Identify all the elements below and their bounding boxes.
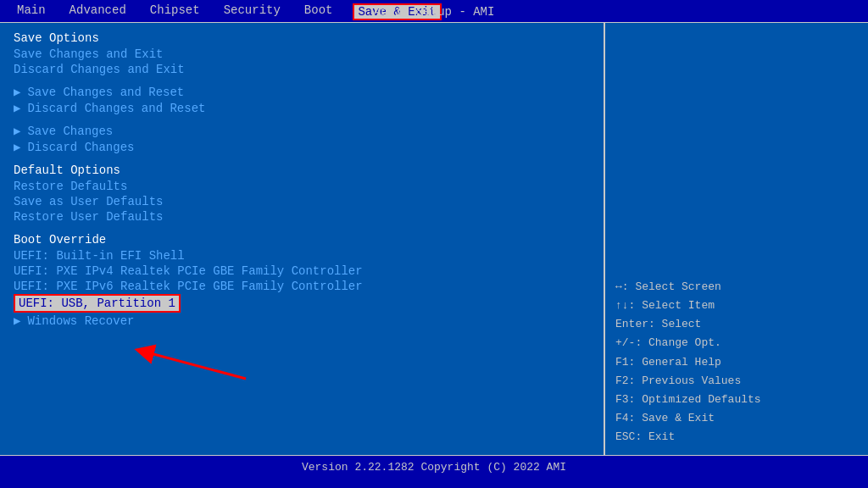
menu-item-3-1[interactable]: Save as User Defaults — [14, 194, 590, 209]
help-line: F2: Previous Values — [615, 372, 858, 391]
section-header-0: Save Options — [14, 31, 590, 45]
menu-item-2-1[interactable]: ▶Discard Changes — [14, 139, 590, 155]
menu-item-0-1[interactable]: Discard Changes and Exit — [14, 62, 590, 77]
menu-item-1-0[interactable]: ▶Save Changes and Reset — [14, 84, 590, 100]
menu-item-3-2[interactable]: Restore User Defaults — [14, 209, 590, 225]
nav-item-main[interactable]: Main — [14, 3, 49, 20]
footer-text: Version 2.22.1282 Copyright (C) 2022 AMI — [302, 461, 566, 474]
top-bar: Aptio Setup - AMI MainAdvancedChipsetSec… — [0, 0, 868, 23]
menu-item-4-1[interactable]: UEFI: PXE IPv4 Realtek PCIe GBE Family C… — [14, 263, 590, 279]
help-line: Enter: Select — [615, 315, 858, 334]
nav-item-security[interactable]: Security — [220, 3, 284, 20]
menu-item-4-3[interactable]: UEFI: USB, Partition 1 — [14, 294, 181, 313]
nav-item-advanced[interactable]: Advanced — [66, 3, 130, 20]
help-line: F1: General Help — [615, 353, 858, 372]
help-line: ↑↓: Select Item — [615, 297, 858, 315]
menu-item-4-2[interactable]: UEFI: PXE IPv6 Realtek PCIe GBE Family C… — [14, 279, 590, 294]
nav-item-boot[interactable]: Boot — [301, 3, 337, 20]
left-panel: Save OptionsSave Changes and ExitDiscard… — [0, 23, 605, 455]
help-line: ↔: Select Screen — [615, 278, 858, 297]
section-header-4: Boot Override — [14, 233, 590, 247]
help-line: +/-: Change Opt. — [615, 334, 858, 352]
main-content: Save OptionsSave Changes and ExitDiscard… — [0, 23, 868, 455]
menu-item-1-1[interactable]: ▶Discard Changes and Reset — [14, 100, 590, 116]
menu-item-4-4[interactable]: ▶Windows Recover — [14, 313, 590, 329]
nav-item-chipset[interactable]: Chipset — [147, 3, 203, 20]
help-line: F3: Optimized Defaults — [615, 391, 858, 409]
menu-item-2-0[interactable]: ▶Save Changes — [14, 123, 590, 139]
section-header-3: Default Options — [14, 164, 590, 177]
right-panel: ↔: Select Screen↑↓: Select ItemEnter: Se… — [605, 23, 868, 455]
help-line: F4: Save & Exit — [615, 409, 858, 428]
menu-item-0-0[interactable]: Save Changes and Exit — [14, 47, 590, 62]
bottom-bar: Version 2.22.1282 Copyright (C) 2022 AMI — [0, 455, 868, 479]
help-text: ↔: Select Screen↑↓: Select ItemEnter: Se… — [615, 278, 858, 446]
menu-item-4-0[interactable]: UEFI: Built-in EFI Shell — [14, 248, 590, 263]
app-title: Aptio Setup - AMI — [374, 5, 495, 19]
menu-item-3-0[interactable]: Restore Defaults — [14, 179, 590, 194]
help-line: ESC: Exit — [615, 428, 858, 446]
